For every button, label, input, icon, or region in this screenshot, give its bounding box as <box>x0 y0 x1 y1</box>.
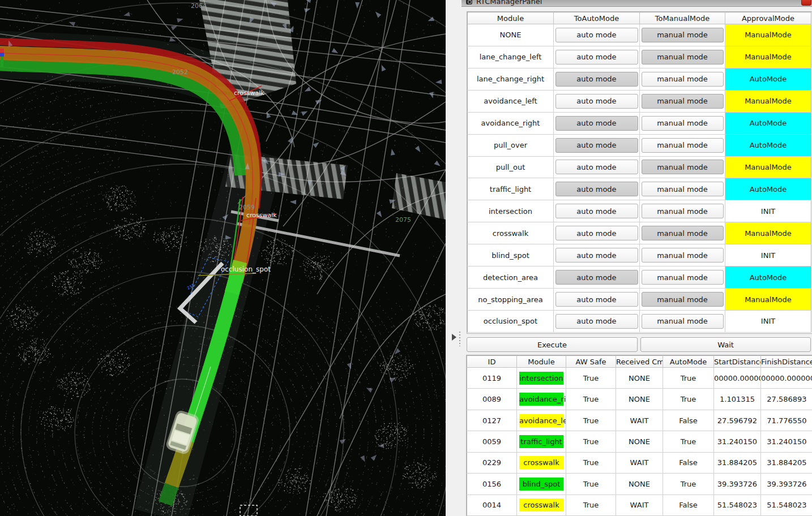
module-row: lane_change_leftauto modemanual modeManu… <box>468 46 811 68</box>
to-auto-mode-button[interactable]: auto mode <box>555 248 638 263</box>
module-row: occlusion_spotauto modemanual modeINIT <box>468 310 811 332</box>
rtc-auto-mode-cell: False <box>663 494 714 515</box>
to-manual-mode-button[interactable]: manual mode <box>642 248 724 263</box>
module-row: no_stopping_areaauto modemanual modeManu… <box>468 289 811 311</box>
to-manual-mode-button[interactable]: manual mode <box>642 182 724 196</box>
rtc-module-cell: crosswalk <box>517 452 566 473</box>
approval-mode-cell: ManualMode <box>725 24 811 46</box>
to-manual-mode-button[interactable]: manual mode <box>642 50 724 64</box>
to-manual-mode-cell: manual mode <box>640 178 725 200</box>
rtc-row: 0014crosswalkTrueWAITFalse51.54802351.54… <box>467 494 812 515</box>
road-surface <box>0 54 258 516</box>
to-manual-mode-button[interactable]: manual mode <box>642 28 724 42</box>
rtc-table-header-4[interactable]: AutoMode <box>663 356 714 368</box>
to-auto-mode-cell: auto mode <box>554 200 640 222</box>
approval-mode-cell: ManualMode <box>725 90 811 112</box>
to-auto-mode-button[interactable]: auto mode <box>555 72 638 87</box>
module-row: NONEauto modemanual modeManualMode <box>468 24 811 46</box>
lane-id-2075: 2075 <box>395 216 411 223</box>
scene-canvas: crosswalk crosswalk occlusion_spot 2064 … <box>0 0 446 516</box>
to-auto-mode-cell: auto mode <box>554 134 640 156</box>
to-auto-mode-button[interactable]: auto mode <box>555 226 638 240</box>
approval-mode-cell: ManualMode <box>725 222 811 244</box>
rtc-id-cell: 0127 <box>467 410 517 431</box>
rtc-row: 0089avoidance_rightTrueNONETrue1.1013152… <box>467 389 812 410</box>
to-manual-mode-button[interactable]: manual mode <box>642 226 724 240</box>
module-table-header-3[interactable]: ApprovalMode <box>725 12 811 24</box>
to-manual-mode-button[interactable]: manual mode <box>642 72 724 87</box>
rtc-auto-mode-cell: True <box>663 368 714 389</box>
to-manual-mode-cell: manual mode <box>640 134 725 156</box>
rtc-row: 0119intersectionTrueNONETrue00000.000000… <box>467 368 812 389</box>
approval-mode-cell: ManualMode <box>725 289 811 311</box>
to-manual-mode-button[interactable]: manual mode <box>642 314 724 329</box>
to-auto-mode-button[interactable]: auto mode <box>555 116 638 131</box>
module-row: avoidance_leftauto modemanual modeManual… <box>468 90 811 112</box>
module-name-cell: lane_change_left <box>468 46 554 68</box>
module-table-header-1[interactable]: ToAutoMode <box>554 12 640 24</box>
wait-button[interactable]: Wait <box>640 337 811 352</box>
rtc-table-header-2[interactable]: AW Safe <box>566 356 616 368</box>
to-manual-mode-cell: manual mode <box>640 68 725 90</box>
to-manual-mode-cell: manual mode <box>640 112 725 134</box>
lane-id-2059: 2059 <box>239 204 255 211</box>
to-manual-mode-button[interactable]: manual mode <box>642 138 724 153</box>
to-auto-mode-button[interactable]: auto mode <box>555 314 638 329</box>
rtc-table-header-6[interactable]: FinishDistance <box>761 356 812 368</box>
to-auto-mode-button[interactable]: auto mode <box>555 204 638 218</box>
rtc-module-cell: crosswalk <box>517 494 566 515</box>
to-auto-mode-cell: auto mode <box>554 68 640 90</box>
to-manual-mode-button[interactable]: manual mode <box>642 204 724 218</box>
to-manual-mode-cell: manual mode <box>640 24 725 46</box>
approval-mode-cell: AutoMode <box>725 178 811 200</box>
module-table-header-0[interactable]: Module <box>468 12 554 24</box>
to-manual-mode-button[interactable]: manual mode <box>642 160 724 174</box>
rtc-start-distance-cell: 1.101315 <box>714 389 761 410</box>
splitter-collapse-arrow-icon[interactable] <box>452 334 456 341</box>
to-auto-mode-button[interactable]: auto mode <box>555 28 638 42</box>
module-table-header-2[interactable]: ToManualMode <box>640 12 725 24</box>
panel-title-bar[interactable]: RTCManagerPanel <box>461 0 812 7</box>
to-auto-mode-button[interactable]: auto mode <box>555 160 638 174</box>
rtc-aw-safe-cell: True <box>566 474 616 494</box>
rtc-aw-safe-cell: True <box>566 389 616 410</box>
occlusion-spot-label: occlusion_spot <box>221 265 271 273</box>
panel-splitter[interactable] <box>446 0 467 516</box>
to-auto-mode-cell: auto mode <box>554 90 640 112</box>
to-auto-mode-button[interactable]: auto mode <box>555 182 638 196</box>
module-row: avoidance_rightauto modemanual modeAutoM… <box>468 112 811 134</box>
to-manual-mode-button[interactable]: manual mode <box>642 94 724 109</box>
rtc-start-distance-cell: 39.393726 <box>714 474 761 494</box>
rtc-id-cell: 0059 <box>467 431 517 452</box>
rtc-received-cmd-cell: WAIT <box>616 410 663 431</box>
approval-mode-cell: ManualMode <box>725 156 811 178</box>
rtc-aw-safe-cell: True <box>566 410 616 431</box>
rviz-3d-view[interactable]: crosswalk crosswalk occlusion_spot 2064 … <box>0 0 446 516</box>
rtc-received-cmd-cell: NONE <box>616 474 663 494</box>
rtc-table-header-5[interactable]: StartDistance <box>714 356 761 368</box>
to-auto-mode-button[interactable]: auto mode <box>555 138 638 153</box>
panel-close-button[interactable] <box>801 0 811 6</box>
rtc-aw-safe-cell: True <box>566 494 616 515</box>
to-manual-mode-button[interactable]: manual mode <box>642 270 724 285</box>
to-auto-mode-cell: auto mode <box>554 156 640 178</box>
to-auto-mode-button[interactable]: auto mode <box>555 94 638 109</box>
to-auto-mode-cell: auto mode <box>554 178 640 200</box>
rtc-table-header-1[interactable]: Module <box>517 356 566 368</box>
to-auto-mode-cell: auto mode <box>554 310 640 332</box>
to-manual-mode-button[interactable]: manual mode <box>642 116 724 131</box>
to-manual-mode-cell: manual mode <box>640 289 725 311</box>
rtc-module-tag: avoidance_right <box>519 393 563 406</box>
to-auto-mode-button[interactable]: auto mode <box>555 292 638 307</box>
to-auto-mode-button[interactable]: auto mode <box>555 50 638 64</box>
rtc-module-tag: crosswalk <box>519 456 563 469</box>
to-manual-mode-cell: manual mode <box>640 244 725 266</box>
rtc-table-header-0[interactable]: ID <box>467 356 517 368</box>
rtc-received-cmd-cell: WAIT <box>616 452 663 473</box>
to-auto-mode-button[interactable]: auto mode <box>555 270 638 285</box>
execute-button[interactable]: Execute <box>467 337 638 352</box>
module-name-cell: avoidance_right <box>468 112 554 134</box>
rtc-table-header-3[interactable]: Received Cmd <box>616 356 663 368</box>
to-manual-mode-button[interactable]: manual mode <box>642 292 724 307</box>
rtc-module-tag: crosswalk <box>519 498 563 511</box>
